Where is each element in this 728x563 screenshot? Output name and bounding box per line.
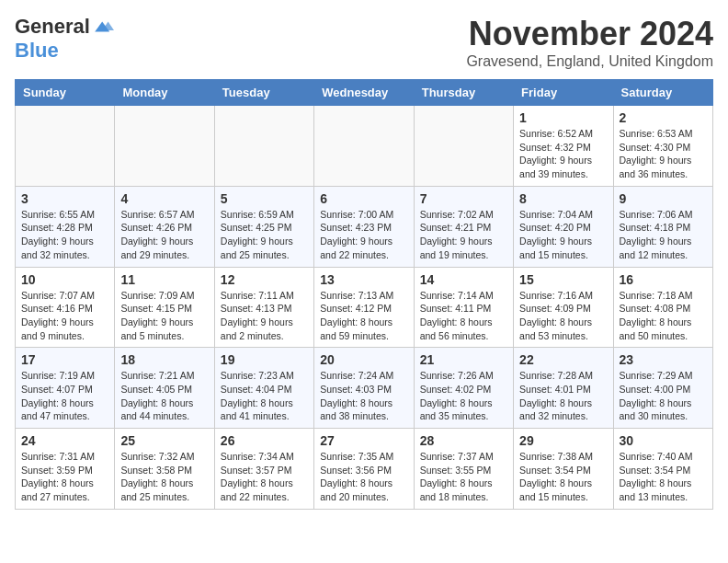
month-title: November 2024 <box>466 15 713 53</box>
day-detail: Sunrise: 7:09 AM Sunset: 4:15 PM Dayligh… <box>120 289 208 343</box>
day-number: 5 <box>221 191 308 206</box>
day-number: 17 <box>21 352 108 367</box>
calendar-cell: 26Sunrise: 7:34 AM Sunset: 3:57 PM Dayli… <box>214 429 313 510</box>
title-area: November 2024 Gravesend, England, United… <box>466 15 713 70</box>
day-number: 29 <box>519 433 607 448</box>
calendar-cell: 18Sunrise: 7:21 AM Sunset: 4:05 PM Dayli… <box>115 348 214 429</box>
day-detail: Sunrise: 7:18 AM Sunset: 4:08 PM Dayligh… <box>620 289 707 343</box>
day-detail: Sunrise: 7:14 AM Sunset: 4:11 PM Dayligh… <box>420 289 507 343</box>
day-number: 11 <box>120 272 208 287</box>
calendar-cell: 7Sunrise: 7:02 AM Sunset: 4:21 PM Daylig… <box>414 186 513 267</box>
day-detail: Sunrise: 7:07 AM Sunset: 4:16 PM Dayligh… <box>21 289 108 343</box>
day-number: 10 <box>21 272 108 287</box>
day-number: 20 <box>320 352 407 367</box>
calendar-cell: 5Sunrise: 6:59 AM Sunset: 4:25 PM Daylig… <box>214 186 313 267</box>
day-number: 26 <box>221 433 308 448</box>
day-number: 23 <box>620 352 707 367</box>
calendar-cell: 11Sunrise: 7:09 AM Sunset: 4:15 PM Dayli… <box>115 267 214 348</box>
day-detail: Sunrise: 6:55 AM Sunset: 4:28 PM Dayligh… <box>21 208 108 262</box>
day-number: 2 <box>620 110 707 125</box>
calendar-cell: 23Sunrise: 7:29 AM Sunset: 4:00 PM Dayli… <box>613 348 712 429</box>
day-number: 24 <box>21 433 108 448</box>
day-number: 16 <box>620 272 707 287</box>
day-detail: Sunrise: 7:38 AM Sunset: 3:54 PM Dayligh… <box>519 450 607 504</box>
calendar-cell: 13Sunrise: 7:13 AM Sunset: 4:12 PM Dayli… <box>314 267 414 348</box>
day-number: 30 <box>620 433 707 448</box>
day-detail: Sunrise: 7:06 AM Sunset: 4:18 PM Dayligh… <box>620 208 707 262</box>
day-detail: Sunrise: 7:37 AM Sunset: 3:55 PM Dayligh… <box>420 450 507 504</box>
calendar-cell: 27Sunrise: 7:35 AM Sunset: 3:56 PM Dayli… <box>314 429 414 510</box>
calendar-cell: 9Sunrise: 7:06 AM Sunset: 4:18 PM Daylig… <box>613 186 712 267</box>
calendar-cell: 22Sunrise: 7:28 AM Sunset: 4:01 PM Dayli… <box>514 348 613 429</box>
calendar-table: SundayMondayTuesdayWednesdayThursdayFrid… <box>15 79 713 510</box>
day-number: 3 <box>21 191 108 206</box>
day-number: 19 <box>221 352 308 367</box>
day-detail: Sunrise: 7:04 AM Sunset: 4:20 PM Dayligh… <box>519 208 607 262</box>
weekday-header-row: SundayMondayTuesdayWednesdayThursdayFrid… <box>16 80 713 106</box>
header: General Blue November 2024 Gravesend, En… <box>15 15 713 70</box>
day-detail: Sunrise: 7:11 AM Sunset: 4:13 PM Dayligh… <box>221 289 308 343</box>
day-detail: Sunrise: 6:52 AM Sunset: 4:32 PM Dayligh… <box>519 127 607 181</box>
calendar-cell: 6Sunrise: 7:00 AM Sunset: 4:23 PM Daylig… <box>314 186 414 267</box>
day-number: 13 <box>320 272 407 287</box>
calendar-cell: 16Sunrise: 7:18 AM Sunset: 4:08 PM Dayli… <box>613 267 712 348</box>
weekday-header-friday: Friday <box>514 80 613 106</box>
calendar-cell <box>115 106 214 187</box>
day-detail: Sunrise: 7:40 AM Sunset: 3:54 PM Dayligh… <box>620 450 707 504</box>
calendar-cell: 21Sunrise: 7:26 AM Sunset: 4:02 PM Dayli… <box>414 348 513 429</box>
calendar-cell: 3Sunrise: 6:55 AM Sunset: 4:28 PM Daylig… <box>16 186 115 267</box>
day-detail: Sunrise: 7:16 AM Sunset: 4:09 PM Dayligh… <box>519 289 607 343</box>
logo-icon <box>92 16 114 38</box>
calendar-cell: 14Sunrise: 7:14 AM Sunset: 4:11 PM Dayli… <box>414 267 513 348</box>
calendar-cell: 10Sunrise: 7:07 AM Sunset: 4:16 PM Dayli… <box>16 267 115 348</box>
day-number: 22 <box>519 352 607 367</box>
day-number: 12 <box>221 272 308 287</box>
day-detail: Sunrise: 7:35 AM Sunset: 3:56 PM Dayligh… <box>320 450 407 504</box>
day-number: 14 <box>420 272 507 287</box>
day-detail: Sunrise: 7:24 AM Sunset: 4:03 PM Dayligh… <box>320 369 407 423</box>
day-number: 6 <box>320 191 407 206</box>
day-number: 27 <box>320 433 407 448</box>
day-number: 8 <box>519 191 607 206</box>
location: Gravesend, England, United Kingdom <box>466 53 713 70</box>
calendar-cell: 28Sunrise: 7:37 AM Sunset: 3:55 PM Dayli… <box>414 429 513 510</box>
day-number: 28 <box>420 433 507 448</box>
day-detail: Sunrise: 7:31 AM Sunset: 3:59 PM Dayligh… <box>21 450 108 504</box>
week-row-1: 1Sunrise: 6:52 AM Sunset: 4:32 PM Daylig… <box>16 106 713 187</box>
calendar-cell <box>414 106 513 187</box>
day-number: 9 <box>620 191 707 206</box>
logo-blue-text: Blue <box>15 39 59 62</box>
week-row-3: 10Sunrise: 7:07 AM Sunset: 4:16 PM Dayli… <box>16 267 713 348</box>
calendar-cell: 12Sunrise: 7:11 AM Sunset: 4:13 PM Dayli… <box>214 267 313 348</box>
logo: General Blue <box>15 15 114 63</box>
calendar-cell: 8Sunrise: 7:04 AM Sunset: 4:20 PM Daylig… <box>514 186 613 267</box>
day-detail: Sunrise: 7:32 AM Sunset: 3:58 PM Dayligh… <box>120 450 208 504</box>
day-detail: Sunrise: 7:21 AM Sunset: 4:05 PM Dayligh… <box>120 369 208 423</box>
calendar-cell: 15Sunrise: 7:16 AM Sunset: 4:09 PM Dayli… <box>514 267 613 348</box>
day-number: 21 <box>420 352 507 367</box>
day-number: 15 <box>519 272 607 287</box>
day-detail: Sunrise: 7:19 AM Sunset: 4:07 PM Dayligh… <box>21 369 108 423</box>
calendar-cell: 29Sunrise: 7:38 AM Sunset: 3:54 PM Dayli… <box>514 429 613 510</box>
day-number: 4 <box>120 191 208 206</box>
week-row-4: 17Sunrise: 7:19 AM Sunset: 4:07 PM Dayli… <box>16 348 713 429</box>
weekday-header-wednesday: Wednesday <box>314 80 414 106</box>
calendar-cell: 17Sunrise: 7:19 AM Sunset: 4:07 PM Dayli… <box>16 348 115 429</box>
day-number: 18 <box>120 352 208 367</box>
day-detail: Sunrise: 6:57 AM Sunset: 4:26 PM Dayligh… <box>120 208 208 262</box>
week-row-2: 3Sunrise: 6:55 AM Sunset: 4:28 PM Daylig… <box>16 186 713 267</box>
weekday-header-monday: Monday <box>115 80 214 106</box>
day-detail: Sunrise: 7:28 AM Sunset: 4:01 PM Dayligh… <box>519 369 607 423</box>
calendar-cell: 20Sunrise: 7:24 AM Sunset: 4:03 PM Dayli… <box>314 348 414 429</box>
calendar-cell: 19Sunrise: 7:23 AM Sunset: 4:04 PM Dayli… <box>214 348 313 429</box>
day-detail: Sunrise: 7:00 AM Sunset: 4:23 PM Dayligh… <box>320 208 407 262</box>
day-number: 1 <box>519 110 607 125</box>
day-detail: Sunrise: 7:26 AM Sunset: 4:02 PM Dayligh… <box>420 369 507 423</box>
day-detail: Sunrise: 7:02 AM Sunset: 4:21 PM Dayligh… <box>420 208 507 262</box>
day-detail: Sunrise: 7:34 AM Sunset: 3:57 PM Dayligh… <box>221 450 308 504</box>
day-detail: Sunrise: 7:13 AM Sunset: 4:12 PM Dayligh… <box>320 289 407 343</box>
calendar-cell <box>214 106 313 187</box>
calendar-cell: 24Sunrise: 7:31 AM Sunset: 3:59 PM Dayli… <box>16 429 115 510</box>
calendar-cell: 4Sunrise: 6:57 AM Sunset: 4:26 PM Daylig… <box>115 186 214 267</box>
calendar-cell <box>16 106 115 187</box>
